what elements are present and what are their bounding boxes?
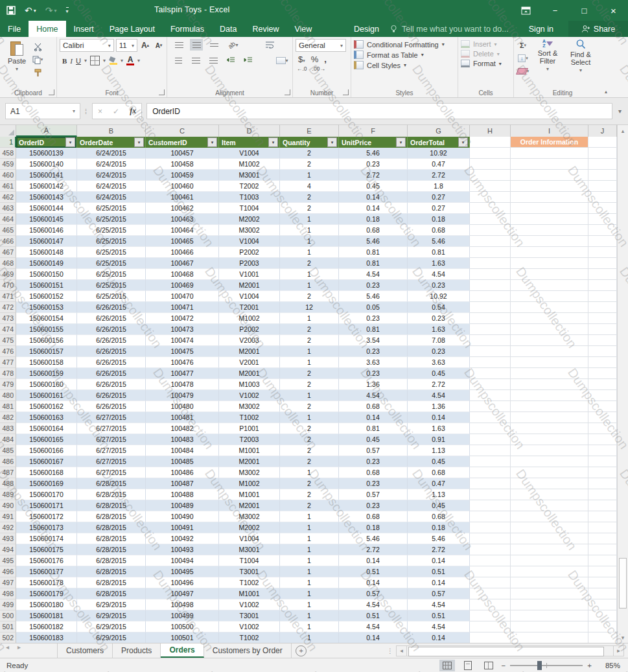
cell-F459[interactable]: 0.23 (339, 159, 408, 170)
cell-G463[interactable]: 0.27 (408, 203, 470, 214)
cell-J498[interactable] (588, 588, 617, 599)
cell-G489[interactable]: 1.13 (408, 489, 470, 500)
cell-A458[interactable]: 150600139 (16, 148, 77, 159)
cell-D477[interactable]: V2001 (219, 357, 280, 368)
insert-function-button[interactable]: fx (124, 106, 141, 116)
increase-decimal-button[interactable]: ←.0 (297, 65, 307, 72)
cell-B480[interactable]: 6/26/2015 (77, 390, 146, 401)
format-painter-button[interactable] (31, 67, 44, 78)
sheet-tab-customers[interactable]: Customers (57, 643, 113, 658)
cell-B477[interactable]: 6/26/2015 (77, 357, 146, 368)
cell-C496[interactable]: 100495 (146, 566, 219, 577)
cell-F498[interactable]: 0.57 (339, 588, 408, 599)
cell-H489[interactable] (470, 489, 511, 500)
cell-C495[interactable]: 100494 (146, 555, 219, 566)
cell-G490[interactable]: 0.45 (408, 500, 470, 511)
cell-I499[interactable] (511, 599, 588, 610)
cell-H480[interactable] (470, 390, 511, 401)
bold-button[interactable]: B (62, 57, 67, 65)
cell-F494[interactable]: 2.72 (339, 544, 408, 555)
cell-C488[interactable]: 100487 (146, 478, 219, 489)
cell-A483[interactable]: 150600164 (16, 423, 77, 434)
cell-G477[interactable]: 3.63 (408, 357, 470, 368)
cell-C462[interactable]: 100461 (146, 192, 219, 203)
cell-styles-button[interactable]: Cell Styles▾ (354, 61, 456, 69)
cell-J489[interactable] (588, 489, 617, 500)
cell-I475[interactable] (511, 335, 588, 346)
cell-D471[interactable]: V1004 (219, 291, 280, 302)
cell-C494[interactable]: 100493 (146, 544, 219, 555)
cell-A491[interactable]: 150600172 (16, 511, 77, 522)
cell-H494[interactable] (470, 544, 511, 555)
scroll-left-icon[interactable]: ◂ (396, 645, 407, 656)
cell-E481[interactable]: 2 (280, 401, 339, 412)
cell-J484[interactable] (588, 434, 617, 445)
cell-J501[interactable] (588, 621, 617, 632)
cell-A497[interactable]: 150600178 (16, 577, 77, 588)
cell-B472[interactable]: 6/26/2015 (77, 302, 146, 313)
tab-view[interactable]: View (286, 21, 320, 37)
cell-I484[interactable] (511, 434, 588, 445)
column-header-A[interactable]: A (16, 125, 77, 137)
cell-D473[interactable]: M1002 (219, 313, 280, 324)
cell-F491[interactable]: 0.68 (339, 511, 408, 522)
cell-E488[interactable]: 2 (280, 478, 339, 489)
cell-E502[interactable]: 1 (280, 632, 339, 643)
cell-D461[interactable]: T2002 (219, 181, 280, 192)
cell-E489[interactable]: 2 (280, 489, 339, 500)
cell-G478[interactable]: 0.45 (408, 368, 470, 379)
cell-B468[interactable]: 6/25/2015 (77, 258, 146, 269)
cell-C483[interactable]: 100482 (146, 423, 219, 434)
cell-D491[interactable]: M3002 (219, 511, 280, 522)
expand-formula-bar-icon[interactable]: ▾ (617, 108, 623, 115)
cell-H462[interactable] (470, 192, 511, 203)
cell-D494[interactable]: M3001 (219, 544, 280, 555)
font-color-button[interactable]: A (126, 56, 134, 65)
cell-B487[interactable]: 6/27/2015 (77, 467, 146, 478)
cell-E491[interactable]: 1 (280, 511, 339, 522)
cell-A482[interactable]: 150600163 (16, 412, 77, 423)
cell-J485[interactable] (588, 445, 617, 456)
cell-C489[interactable]: 100488 (146, 489, 219, 500)
align-right-button[interactable] (207, 54, 220, 66)
cell-C490[interactable]: 100489 (146, 500, 219, 511)
cell-J490[interactable] (588, 500, 617, 511)
cell-J482[interactable] (588, 412, 617, 423)
cell-F481[interactable]: 0.68 (339, 401, 408, 412)
cell-F466[interactable]: 5.46 (339, 236, 408, 247)
cell-B474[interactable]: 6/26/2015 (77, 324, 146, 335)
cell-I474[interactable] (511, 324, 588, 335)
select-all-button[interactable] (0, 125, 16, 137)
cell-H500[interactable] (470, 610, 511, 621)
cell-B491[interactable]: 6/28/2015 (77, 511, 146, 522)
row-header-494[interactable]: 494 (0, 544, 16, 555)
cell-D479[interactable]: M1003 (219, 379, 280, 390)
orientation-button[interactable]: ab▾ (225, 39, 242, 51)
column-header-J[interactable]: J (588, 125, 617, 137)
cell-A487[interactable]: 150600168 (16, 467, 77, 478)
cell-D495[interactable]: T1004 (219, 555, 280, 566)
cell-C501[interactable]: 100500 (146, 621, 219, 632)
cell-B495[interactable]: 6/28/2015 (77, 555, 146, 566)
cell-B494[interactable]: 6/28/2015 (77, 544, 146, 555)
cell-D492[interactable]: M2002 (219, 522, 280, 533)
borders-dropdown-icon[interactable]: ▾ (103, 58, 106, 64)
cell-G482[interactable]: 0.14 (408, 412, 470, 423)
cell-B473[interactable]: 6/26/2015 (77, 313, 146, 324)
cell-B466[interactable]: 6/25/2015 (77, 236, 146, 247)
cell-E498[interactable]: 1 (280, 588, 339, 599)
cell-I479[interactable] (511, 379, 588, 390)
cell-C460[interactable]: 100459 (146, 170, 219, 181)
sheet-tab-customers-by-order[interactable]: Customers by Order (204, 643, 292, 658)
page-layout-view-button[interactable] (460, 660, 476, 671)
font-dialog-launcher[interactable] (159, 89, 165, 95)
cell-C502[interactable]: 100501 (146, 632, 219, 643)
cell-C478[interactable]: 100477 (146, 368, 219, 379)
cell-I463[interactable] (511, 203, 588, 214)
header-cell-orderid[interactable]: OrderID▾ (16, 137, 77, 148)
shrink-font-button[interactable]: A▾ (153, 40, 165, 51)
cell-D463[interactable]: T1004 (219, 203, 280, 214)
cell-B479[interactable]: 6/26/2015 (77, 379, 146, 390)
zoom-slider-thumb[interactable] (537, 661, 542, 670)
cell-A467[interactable]: 150600148 (16, 247, 77, 258)
